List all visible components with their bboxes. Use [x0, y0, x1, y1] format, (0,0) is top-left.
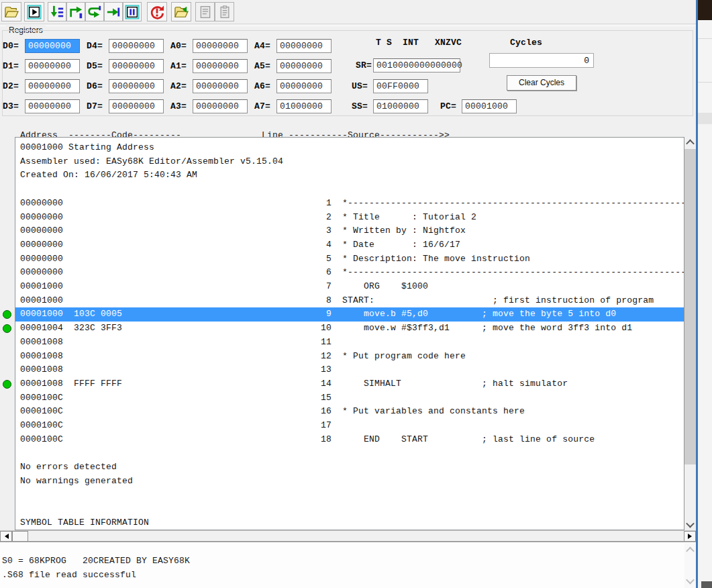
sr-field[interactable]: 0010000000000000	[373, 58, 460, 72]
listing-row-text: 00001000 103C 0005 9 move.b #5,d0 ; move…	[15, 309, 616, 319]
background-window-titlebar	[698, 0, 712, 20]
listing-row-text: 00001000 7 ORG $1000	[15, 281, 428, 291]
breakpoint-dot[interactable]	[3, 310, 11, 319]
listing-row-text: 00000000 3 * Written by : Nightfox	[15, 226, 466, 236]
listing-row[interactable]: 00000000 1 *----------------------------…	[15, 197, 684, 211]
clear-cycles-button[interactable]: Clear Cycles	[507, 75, 576, 91]
register-field-a3[interactable]: 00000000	[193, 99, 248, 113]
reload-program-button[interactable]	[171, 2, 191, 21]
listing-row[interactable]	[15, 446, 684, 460]
register-field-a1[interactable]: 00000000	[193, 59, 248, 73]
view-stack-icon	[218, 5, 232, 19]
listing-row[interactable]: Assembler used: EASy68K Editor/Assembler…	[15, 155, 684, 169]
listing-row[interactable]: 0000100C 16 * Put variables and constant…	[15, 405, 684, 419]
register-field-a4[interactable]: 00000000	[276, 39, 332, 53]
listing-row-text: 0000100C 15	[15, 393, 342, 403]
listing-panel[interactable]: 00001000 Starting AddressAssembler used:…	[15, 137, 684, 530]
listing-row[interactable]: 00001000 8 START: ; first instruction of…	[15, 294, 684, 308]
reload-program-icon	[174, 5, 189, 19]
us-field[interactable]: 00FF0000	[373, 79, 428, 93]
listing-row[interactable]	[15, 183, 684, 197]
register-field-a0[interactable]: 00000000	[193, 39, 248, 53]
skip-instruction-button[interactable]	[104, 2, 123, 21]
listing-row-text: SYMBOL TABLE INFORMATION	[15, 518, 149, 528]
listing-row[interactable]: 00000000 4 * Date : 16/6/17	[15, 238, 684, 252]
listing-row[interactable]	[15, 502, 684, 516]
scrollbar-thumb[interactable]	[684, 149, 696, 464]
register-field-d1[interactable]: 00000000	[25, 59, 80, 73]
scroll-up-button[interactable]	[684, 544, 696, 556]
listing-vertical-scrollbar[interactable]	[684, 137, 696, 530]
listing-row[interactable]: 00000000 6 *----------------------------…	[15, 266, 684, 280]
register-field-d5[interactable]: 00000000	[109, 59, 164, 73]
rewind-button[interactable]	[147, 2, 167, 21]
register-field-a6[interactable]: 00000000	[276, 79, 332, 93]
pause-button[interactable]	[123, 2, 142, 21]
open-file-button[interactable]	[1, 2, 21, 21]
view-memory-button	[195, 2, 215, 21]
listing-horizontal-scrollbar[interactable]	[0, 530, 696, 542]
scroll-down-button[interactable]	[684, 519, 696, 530]
register-field-a5[interactable]: 00000000	[276, 59, 332, 73]
listing-row[interactable]: 00000000 5 * Description: The move instr…	[15, 252, 684, 266]
register-label-a3: A3=	[170, 101, 187, 111]
register-label-d5: D5=	[87, 61, 103, 71]
run-icon	[27, 5, 42, 19]
listing-row[interactable]: No errors detected	[15, 460, 684, 475]
listing-row-text: 00001008 11	[15, 337, 342, 347]
listing-row[interactable]: 00001008 12 * Put program code here	[15, 350, 684, 364]
listing-row[interactable]: 00000000 2 * Title : Tutorial 2	[15, 211, 684, 225]
breakpoint-dot[interactable]	[3, 324, 11, 333]
listing-row-text: No warnings generated	[15, 476, 133, 486]
scrollbar-thumb[interactable]	[12, 531, 28, 542]
listing-row-text: 00001000 Starting Address	[15, 142, 154, 152]
listing-row-text: 00000000 4 * Date : 16/6/17	[15, 240, 460, 250]
listing-row[interactable]: SYMBOL TABLE INFORMATION	[15, 516, 684, 530]
register-label-a5: A5=	[254, 61, 270, 71]
register-label-d1: D1=	[3, 61, 19, 71]
listing-row-text: No errors detected	[15, 462, 117, 472]
register-field-d2[interactable]: 00000000	[25, 79, 80, 93]
auto-trace-button[interactable]	[85, 2, 104, 21]
scroll-up-button[interactable]	[684, 137, 696, 148]
scroll-right-button[interactable]	[684, 531, 696, 542]
listing-row-current[interactable]: 00001000 103C 0005 9 move.b #5,d0 ; move…	[15, 307, 684, 322]
register-label-d2: D2=	[3, 81, 19, 91]
listing-row[interactable]: 00001008 13	[15, 363, 684, 377]
register-field-d4[interactable]: 00000000	[109, 39, 164, 53]
listing-row[interactable]: Created On: 16/06/2017 5:40:43 AM	[15, 168, 684, 183]
listing-row[interactable]: 00001008 11	[15, 336, 684, 350]
listing-row-text: 00001008 FFFF FFFF 14 SIMHALT ; halt sim…	[15, 379, 568, 389]
register-field-d6[interactable]: 00000000	[109, 79, 164, 93]
step-into-button[interactable]	[48, 2, 66, 21]
listing-row[interactable]	[15, 489, 684, 503]
register-field-a7[interactable]: 01000000	[276, 99, 332, 113]
breakpoint-dot[interactable]	[3, 380, 11, 389]
listing-row[interactable]: 0000100C 17	[15, 419, 684, 433]
pc-field[interactable]: 00001000	[462, 99, 517, 113]
listing-row[interactable]: 00000000 3 * Written by : Nightfox	[15, 224, 684, 238]
scroll-down-button[interactable]	[684, 575, 696, 587]
ss-field[interactable]: 01000000	[373, 99, 428, 113]
register-field-d7[interactable]: 00000000	[109, 99, 164, 113]
register-label-a6: A6=	[254, 81, 270, 91]
scroll-left-button[interactable]	[0, 531, 12, 542]
rewind-icon	[150, 5, 164, 19]
run-button[interactable]	[24, 2, 44, 21]
register-field-d0[interactable]: 00000000	[25, 39, 80, 53]
status-vertical-scrollbar[interactable]	[684, 543, 696, 588]
listing-row-text: 00001008 12 * Put program code here	[15, 351, 466, 361]
listing-row[interactable]: 00001000 7 ORG $1000	[15, 280, 684, 294]
listing-row[interactable]: 0000100C 18 END START ; last line of sou…	[15, 433, 684, 447]
us-label: US=	[352, 81, 368, 91]
step-over-button[interactable]	[66, 2, 85, 21]
listing-row[interactable]: 00001000 Starting Address	[15, 141, 684, 155]
skip-instruction-icon	[106, 5, 121, 19]
register-field-a2[interactable]: 00000000	[193, 79, 248, 93]
listing-row[interactable]: 00001004 323C 3FF3 10 move.w #$3ff3,d1 ;…	[15, 322, 684, 336]
listing-row[interactable]: 0000100C 15	[15, 391, 684, 405]
listing-row[interactable]: No warnings generated	[15, 475, 684, 489]
listing-row[interactable]: 00001008 FFFF FFFF 14 SIMHALT ; halt sim…	[15, 377, 684, 391]
sr-label: SR=	[356, 60, 372, 70]
register-field-d3[interactable]: 00000000	[25, 99, 80, 113]
